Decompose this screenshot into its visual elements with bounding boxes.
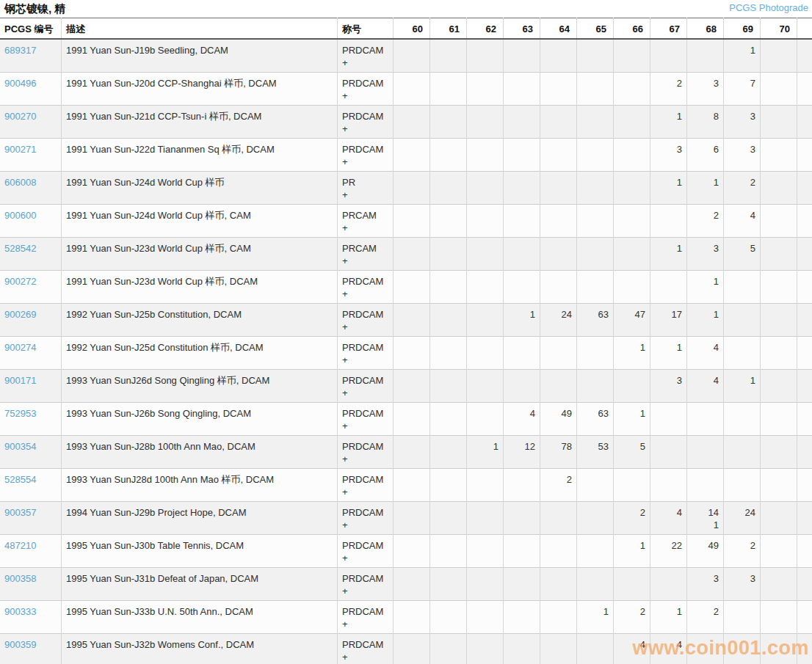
grade-62-count	[467, 304, 504, 337]
grade-66-count	[614, 172, 650, 205]
pcgs-number-link[interactable]: 900171	[4, 375, 36, 386]
pcgs-number-link[interactable]: 900359	[4, 639, 36, 650]
total-count: 2	[797, 469, 812, 502]
grade-64-count: 49	[540, 403, 577, 436]
table-row: 900269 1992 Yuan Sun-J25b Constitution, …	[0, 304, 812, 337]
pcgs-number-link[interactable]: 900270	[4, 111, 36, 122]
grade-63-count: 12	[504, 436, 540, 469]
grade-69-count: 1	[724, 370, 761, 403]
grade-61-count	[430, 304, 467, 337]
pcgs-number-link[interactable]: 900357	[4, 507, 36, 518]
pcgs-number-link[interactable]: 487210	[4, 540, 36, 551]
coin-description: 1993 Yuan Sun-J28b 100th Ann Mao, DCAM	[62, 436, 338, 469]
grade-69-count: 1	[724, 39, 761, 73]
grade-61-count	[430, 436, 467, 469]
grade-64-count	[540, 172, 577, 205]
grade-66-count: 2	[614, 502, 650, 535]
grade-67-count: 17	[650, 304, 687, 337]
pcgs-number-link[interactable]: 900600	[4, 210, 36, 221]
pcgs-number-link[interactable]: 689317	[4, 45, 36, 56]
grade-66-count: 5	[614, 436, 650, 469]
grade-68-count: 1	[687, 304, 724, 337]
grade-61-count	[430, 370, 467, 403]
header-pcgs-number: PCGS 编号	[0, 18, 62, 40]
grade-67-count: 1	[650, 601, 687, 634]
designation: PRDCAM +	[338, 601, 394, 634]
coin-description: 1991 Yuan Sun-J23d World Cup 样币, DCAM	[62, 271, 338, 304]
grade-69-count	[724, 403, 761, 436]
grade-67-count: 1	[650, 106, 687, 139]
grade-62-count	[467, 469, 504, 502]
pcgs-number-link[interactable]: 900271	[4, 144, 36, 155]
grade-64-count	[540, 271, 577, 304]
table-row: 900270 1991 Yuan Sun-J21d CCP-Tsun-i 样币,…	[0, 106, 812, 139]
table-row: 528542 1991 Yuan Sun-J23d World Cup 样币, …	[0, 238, 812, 271]
header-grade-67: 67	[650, 18, 687, 40]
grade-66-count	[614, 568, 650, 601]
grade-65-count: 63	[577, 403, 614, 436]
grade-69-count	[724, 634, 761, 664]
pcgs-number-link[interactable]: 606008	[4, 177, 36, 188]
grade-60-count	[394, 172, 430, 205]
header-designation: 称号	[338, 18, 394, 40]
table-row: 606008 1991 Yuan Sun-J24d World Cup 样币 P…	[0, 172, 812, 205]
grade-64-count	[540, 337, 577, 370]
table-row: 900358 1995 Yuan Sun-J31b Defeat of Japa…	[0, 568, 812, 601]
pcgs-number-link[interactable]: 900496	[4, 78, 36, 89]
grade-69-count	[724, 271, 761, 304]
pcgs-number-link[interactable]: 900358	[4, 573, 36, 584]
coin-description: 1993 Yuan Sun-J26b Song Qingling, DCAM	[62, 403, 338, 436]
grade-61-count	[430, 337, 467, 370]
grade-69-count: 24	[724, 502, 761, 535]
pcgs-number-link[interactable]: 900354	[4, 441, 36, 452]
grade-63-count	[504, 73, 540, 106]
grade-66-count	[614, 238, 650, 271]
grade-66-count: 1	[614, 535, 650, 568]
grade-61-count	[430, 535, 467, 568]
grade-65-count: 1	[577, 601, 614, 634]
table-row: 752953 1993 Yuan Sun-J26b Song Qingling,…	[0, 403, 812, 436]
coin-description: 1991 Yuan Sun-J22d Tiananmen Sq 样币, DCAM	[62, 139, 338, 172]
table-row: 900496 1991 Yuan Sun-J20d CCP-Shanghai 样…	[0, 73, 812, 106]
designation: PRDCAM +	[338, 403, 394, 436]
pcgs-number-link[interactable]: 752953	[4, 408, 36, 419]
grade-62-count	[467, 601, 504, 634]
grade-61-count	[430, 205, 467, 238]
pcgs-number-link[interactable]: 900274	[4, 342, 36, 353]
grade-60-count	[394, 436, 430, 469]
coin-description: 1993 Yuan SunJ26d Song Qingling 样币, DCAM	[62, 370, 338, 403]
grade-60-count	[394, 139, 430, 172]
designation: PRDCAM +	[338, 337, 394, 370]
total-count: 1	[797, 39, 812, 73]
grade-61-count	[430, 73, 467, 106]
grade-70-count	[761, 337, 797, 370]
pcgs-number-link[interactable]: 900269	[4, 309, 36, 320]
grade-65-count	[577, 535, 614, 568]
grade-63-count	[504, 601, 540, 634]
pcgs-number-link[interactable]: 900333	[4, 606, 36, 617]
grade-68-count: 8	[687, 106, 724, 139]
grade-63-count	[504, 39, 540, 73]
designation: PRDCAM +	[338, 271, 394, 304]
grade-61-count	[430, 502, 467, 535]
grade-63-count	[504, 271, 540, 304]
total-count: 6	[797, 601, 812, 634]
grade-67-count: 22	[650, 535, 687, 568]
pcgs-number-link[interactable]: 900272	[4, 276, 36, 287]
grade-62-count	[467, 370, 504, 403]
grade-60-count	[394, 502, 430, 535]
grade-63-count	[504, 337, 540, 370]
grade-69-count: 2	[724, 535, 761, 568]
designation: PRDCAM +	[338, 106, 394, 139]
grade-66-count: 4	[614, 634, 650, 664]
header-grade-62: 62	[467, 18, 504, 40]
grade-67-count: 3	[650, 370, 687, 403]
grade-63-count	[504, 139, 540, 172]
grade-66-count	[614, 139, 650, 172]
grade-61-count	[430, 271, 467, 304]
designation: PRDCAM +	[338, 39, 394, 73]
photograde-link[interactable]: PCGS Photograde	[729, 2, 808, 13]
grade-65-count	[577, 568, 614, 601]
pcgs-number-link[interactable]: 528542	[4, 243, 36, 254]
pcgs-number-link[interactable]: 528554	[4, 474, 36, 485]
